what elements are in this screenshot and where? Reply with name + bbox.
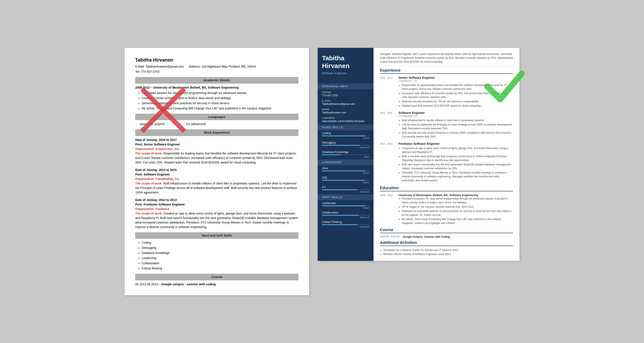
soft-skill-leadership: Leadership Expert — [318, 200, 374, 210]
exp-3-bullet-1: Composed an app to allow voice control o… — [402, 146, 513, 154]
right-summary: Energetic software engineer with 5 years… — [380, 52, 513, 66]
skill-2: Debugging — [142, 246, 298, 250]
resume-right: Tabitha Hirvanen Software Engineer Perso… — [318, 48, 520, 261]
work-scope-2: The scope of work: Built infrastructure … — [135, 181, 298, 195]
soft-skills-section: Soft Skills — [318, 194, 374, 200]
exp-content-1: Senior Software Engineer Cryptoconic, In… — [398, 76, 513, 108]
work-section-bar: Work Experience — [135, 129, 298, 136]
addl-bullet-2: Member, IAENG Society of Software Engine… — [384, 252, 513, 256]
exp-entry-2: 2013 - 2015 Software Engineer Cloudwallo… — [380, 111, 513, 139]
exp-3-bullet-4: President, XYZ University Young Women in… — [402, 171, 513, 182]
lang2: C# (advanced) — [186, 122, 206, 126]
right-main: Energetic software engineer with 5 years… — [374, 48, 520, 261]
linkedin-value: www.linkedin.com/in/tabitha-hirvanen — [322, 120, 369, 123]
hard-skill-database: Database Knowledge Basic — [318, 149, 374, 159]
addl-bullet-1: Shortlisted for a National Center for Wo… — [384, 248, 513, 252]
academic-bullet-4: My article, "How Cloud Computing Will Ch… — [142, 106, 298, 111]
work-date-1: Date of Joining: 2015 to 2017 — [135, 138, 298, 142]
lang-csharp: C# Advanced — [318, 184, 374, 194]
www-value: TabithaHirvanen.com — [322, 111, 369, 114]
exp-org-2: Cloudwallop, Inc. — [398, 115, 513, 118]
email-item: E-mail TabithaHirvanen@gmail.com — [318, 98, 374, 106]
right-sidebar: Tabitha Hirvanen Software Engineer Perso… — [318, 48, 374, 261]
exp-content-2: Software Engineer Cloudwallop, Inc. Buil… — [398, 111, 513, 139]
work-scope-3: The scope of work: Created an app to all… — [135, 211, 298, 229]
work-entry-2: Date of Joining: 2013 to 2015 Post: Soft… — [135, 168, 298, 195]
exp-dates-3: 2012 - 2013 — [380, 142, 395, 183]
hard-skills-section: Hard Skills — [318, 124, 374, 130]
edu-1-bullet-2: VP of Jugger-is, the campus machine lear… — [402, 205, 513, 209]
skill-6: Critical thinking — [142, 266, 298, 271]
linkedin-label: LinkedIn — [322, 117, 369, 119]
exp-content-3: Freelance Software Engineer Composed an … — [398, 142, 513, 183]
www-label: WWW — [322, 108, 369, 111]
exp-title-2: Software Engineer — [398, 111, 513, 115]
lang-row: Java, SQL (expert) C# (advanced) — [135, 122, 298, 126]
exp-dates-2: 2013 - 2015 — [380, 111, 395, 139]
exp-entry-1: 2015 - 2017 Senior Software Engineer Cry… — [380, 76, 513, 108]
work-post-3: Post: Freelance Software Engineer — [135, 202, 298, 207]
sidebar-title: Software Engineer — [322, 71, 369, 75]
work-org-3: Organization: Freelance — [135, 207, 298, 211]
languages-section: Languages — [318, 159, 374, 165]
work-org-1: Organization: Cryptoconic, Inc. — [135, 147, 298, 151]
address-label: Address: — [189, 65, 200, 68]
exp-2-bullet-3: Built security into new product features… — [402, 131, 513, 139]
phone-value: 773-457-2703 — [322, 94, 369, 97]
resume-left: Tabitha Hirvanen E-Mail: TabithaHirvanen… — [124, 48, 309, 295]
email-label: E-mail — [322, 99, 369, 102]
work-date-2: Date of Joining: 2013 to 2015 — [135, 168, 298, 172]
work-entry-1: Date of Joining: 2015 to 2017 Post: Seni… — [135, 138, 298, 165]
edu-1-bullet-3: Delivered an actionable webinar on best … — [402, 209, 513, 217]
exp-1-bullet-2: Increased code efficiency of customer po… — [402, 91, 513, 99]
exp-title-3: Freelance Software Engineer — [398, 142, 513, 145]
skill-5: Collaboration — [142, 261, 298, 266]
course-entry-text: 06.2012-08.2012 – Google campus : summer… — [135, 283, 216, 286]
edu-dates-1: 2008 - 2012 — [380, 194, 395, 225]
www-item: WWW TabithaHirvanen.com — [318, 106, 374, 115]
tel-label: Tel: — [135, 70, 140, 73]
lang-java: Java Expert — [318, 165, 374, 175]
academic-bullet-2: Created a senior scholar project to buil… — [142, 96, 298, 100]
exp-title-1: Senior Software Engineer — [398, 76, 513, 79]
address-value: 134 Rightward Way Portland, ME, 04019 — [201, 65, 256, 68]
exp-2-bullet-1: Built infrastructure to handle millions … — [402, 118, 513, 122]
exp-org-1: Cryptoconic, Inc. — [398, 79, 513, 82]
left-tel: Tel: 773-457-2703 — [135, 69, 298, 74]
academic-section-bar: Academic Details — [135, 77, 298, 84]
personal-info-section: Personal Info — [318, 83, 374, 89]
course-name-1: Google Campus: Summer with Coding — [403, 235, 450, 238]
course-dates-1: 2012-06 - 2012-08 — [380, 235, 400, 238]
lang-sql: SQL Expert — [318, 175, 374, 184]
exp-3-bullet-3: Built new search functionality into the … — [402, 163, 513, 170]
work-post-2: Post: Software Engineer — [135, 172, 298, 177]
skill-3: Database knowledge — [142, 251, 298, 255]
skill-1: Coding — [142, 241, 298, 245]
education-section-title: Education — [380, 186, 513, 191]
lang1: Java, SQL (expert) — [140, 122, 165, 126]
hard-skill-debugging: Debugging Advanced — [318, 140, 374, 149]
exp-entry-3: 2012 - 2013 Freelance Software Engineer … — [380, 142, 513, 183]
phone-label: Phone — [322, 91, 369, 93]
experience-section-title: Experience — [380, 68, 513, 74]
exp-1-bullet-1: Responsible for spearheading teams that … — [402, 83, 513, 91]
soft-skill-critical-thinking: Critical Thinking Advanced — [318, 219, 374, 228]
course-section-bar: Course — [135, 274, 298, 280]
exp-2-bullet-2: Led the drive to implement the Principle… — [402, 123, 513, 130]
skills-bullets: Coding Debugging Database knowledge Lead… — [142, 241, 298, 271]
sidebar-header: Tabitha Hirvanen Software Engineer — [318, 48, 374, 83]
soft-skill-collaboration: Collaboration Advanced — [318, 210, 374, 219]
addl-section-title: Additional Activities — [380, 241, 513, 246]
edu-title-1: University of Washington Bothell, BA, So… — [398, 194, 513, 197]
course-entry-1: 2012-06 - 2012-08 Google Campus: Summer … — [380, 235, 513, 238]
phone-item: Phone 773-457-2703 — [318, 89, 374, 98]
email-value: TabithaHirvanen@gmail.com — [322, 102, 369, 105]
course-entry: 06.2012-08.2012 – Google campus : summer… — [135, 282, 298, 287]
sidebar-name: Tabitha Hirvanen — [322, 54, 369, 70]
academic-bullet-3: Delivered a webinar on best practices fo… — [142, 101, 298, 105]
left-name: Tabitha Hirvanen — [135, 56, 298, 63]
languages-section-bar: Languages — [135, 114, 298, 120]
edu-entry-1: 2008 - 2012 University of Washington Bot… — [380, 194, 513, 225]
exp-1-bullet-3: Reduced security breaches by 73% for all… — [402, 99, 513, 103]
course-section-title: Course — [380, 228, 513, 233]
